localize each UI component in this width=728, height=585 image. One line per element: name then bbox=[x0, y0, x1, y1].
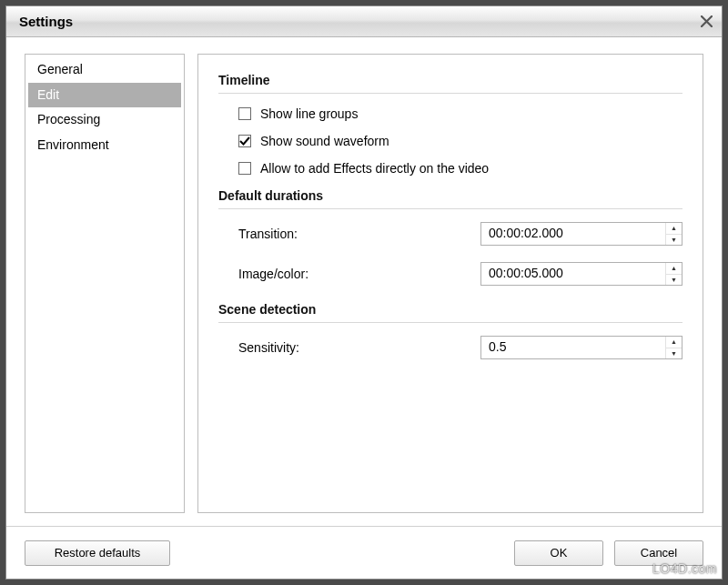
label-transition: Transition: bbox=[238, 227, 298, 241]
input-image-color[interactable]: 00:00:05.000 ▲ ▼ bbox=[480, 262, 682, 286]
row-show-sound-waveform: Show sound waveform bbox=[238, 134, 682, 148]
settings-window: Settings General Edit Processing Environ… bbox=[5, 5, 723, 580]
label-show-line-groups: Show line groups bbox=[260, 106, 358, 121]
nav-item-processing[interactable]: Processing bbox=[28, 107, 181, 133]
dialog-footer: Restore defaults OK Cancel bbox=[6, 526, 722, 579]
category-list: General Edit Processing Environment bbox=[25, 54, 185, 513]
spin-down-button[interactable]: ▼ bbox=[666, 235, 682, 246]
input-sensitivity[interactable]: 0.5 ▲ ▼ bbox=[480, 336, 682, 359]
restore-defaults-button[interactable]: Restore defaults bbox=[25, 540, 170, 566]
input-sensitivity-value[interactable]: 0.5 bbox=[481, 337, 665, 358]
label-show-sound-waveform: Show sound waveform bbox=[260, 134, 389, 148]
nav-item-environment[interactable]: Environment bbox=[28, 133, 181, 158]
nav-item-general[interactable]: General bbox=[28, 57, 181, 83]
section-separator bbox=[218, 322, 682, 323]
spinner-buttons: ▲ ▼ bbox=[665, 223, 682, 245]
close-button[interactable] bbox=[696, 12, 716, 32]
window-title: Settings bbox=[19, 14, 73, 29]
input-transition[interactable]: 00:00:02.000 ▲ ▼ bbox=[480, 222, 682, 246]
section-title-default-durations: Default durations bbox=[218, 188, 682, 203]
spinner-buttons: ▲ ▼ bbox=[665, 337, 682, 358]
checkbox-allow-effects-on-video[interactable] bbox=[238, 162, 251, 175]
section-title-timeline: Timeline bbox=[218, 73, 682, 87]
check-icon bbox=[239, 136, 250, 146]
checkbox-show-line-groups[interactable] bbox=[238, 107, 251, 120]
spin-up-button[interactable]: ▲ bbox=[666, 223, 682, 235]
titlebar: Settings bbox=[6, 6, 722, 37]
content-area: General Edit Processing Environment Time… bbox=[6, 37, 722, 526]
section-separator bbox=[218, 93, 682, 94]
close-icon bbox=[701, 15, 713, 27]
checkbox-show-sound-waveform[interactable] bbox=[238, 135, 251, 147]
row-show-line-groups: Show line groups bbox=[238, 106, 682, 121]
input-image-color-value[interactable]: 00:00:05.000 bbox=[481, 263, 665, 285]
label-allow-effects-on-video: Allow to add Effects directly on the vid… bbox=[260, 161, 489, 176]
spin-up-button[interactable]: ▲ bbox=[666, 337, 682, 348]
watermark-text: LO4D.com bbox=[652, 561, 717, 576]
settings-panel: Timeline Show line groups Show sound wav… bbox=[197, 54, 703, 513]
row-allow-effects-on-video: Allow to add Effects directly on the vid… bbox=[238, 161, 682, 176]
ok-button[interactable]: OK bbox=[514, 540, 603, 566]
spin-up-button[interactable]: ▲ bbox=[666, 263, 682, 275]
input-transition-value[interactable]: 00:00:02.000 bbox=[481, 223, 665, 245]
section-title-scene-detection: Scene detection bbox=[218, 302, 682, 317]
label-sensitivity: Sensitivity: bbox=[238, 340, 299, 355]
spinner-buttons: ▲ ▼ bbox=[665, 263, 682, 285]
section-separator bbox=[218, 208, 682, 209]
label-image-color: Image/color: bbox=[238, 267, 308, 281]
row-image-color: Image/color: 00:00:05.000 ▲ ▼ bbox=[238, 262, 682, 286]
spin-down-button[interactable]: ▼ bbox=[666, 275, 682, 286]
nav-item-edit[interactable]: Edit bbox=[28, 83, 181, 108]
spin-down-button[interactable]: ▼ bbox=[666, 348, 682, 359]
row-transition: Transition: 00:00:02.000 ▲ ▼ bbox=[238, 222, 682, 246]
row-sensitivity: Sensitivity: 0.5 ▲ ▼ bbox=[238, 336, 682, 359]
